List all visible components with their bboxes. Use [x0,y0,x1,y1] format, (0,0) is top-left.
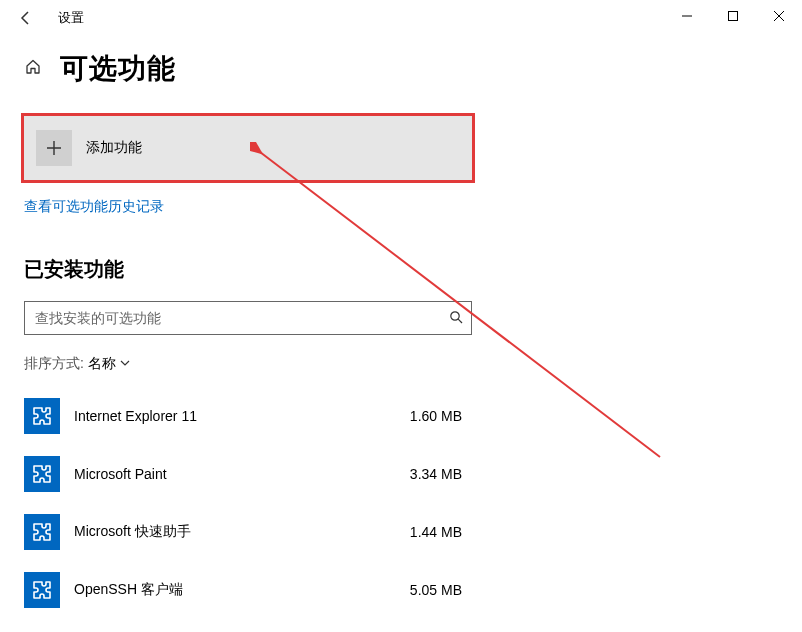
puzzle-icon [24,514,60,550]
sort-dropdown[interactable]: 名称 [88,355,130,373]
feature-name: OpenSSH 客户端 [74,581,410,599]
window-controls [664,0,802,32]
feature-size: 3.34 MB [410,466,472,482]
minimize-button[interactable] [664,0,710,32]
maximize-button[interactable] [710,0,756,32]
feature-item[interactable]: Internet Explorer 111.60 MB [24,387,472,445]
feature-item[interactable]: Microsoft 快速助手1.44 MB [24,503,472,561]
feature-size: 5.05 MB [410,582,472,598]
add-feature-label: 添加功能 [86,139,142,157]
chevron-down-icon [120,358,130,370]
feature-item[interactable]: Microsoft Paint3.34 MB [24,445,472,503]
feature-name: Microsoft 快速助手 [74,523,410,541]
installed-heading: 已安装功能 [24,256,802,283]
feature-list: Internet Explorer 111.60 MBMicrosoft Pai… [24,387,802,619]
svg-line-3 [458,319,462,323]
search-box[interactable] [24,301,472,335]
home-icon[interactable] [24,58,42,80]
close-button[interactable] [756,0,802,32]
feature-item[interactable]: OpenSSH 客户端5.05 MB [24,561,472,619]
history-link[interactable]: 查看可选功能历史记录 [24,198,802,216]
svg-point-2 [451,311,459,319]
puzzle-icon [24,456,60,492]
search-input[interactable] [35,310,449,326]
page-header: 可选功能 [24,50,802,88]
feature-size: 1.60 MB [410,408,472,424]
plus-icon [36,130,72,166]
puzzle-icon [24,572,60,608]
sort-row: 排序方式: 名称 [24,355,802,373]
back-button[interactable] [8,0,44,36]
feature-name: Microsoft Paint [74,466,410,482]
feature-name: Internet Explorer 11 [74,408,410,424]
feature-size: 1.44 MB [410,524,472,540]
sort-value: 名称 [88,355,116,373]
add-feature-button[interactable]: 添加功能 [24,116,472,180]
sort-label: 排序方式: [24,355,84,373]
puzzle-icon [24,398,60,434]
svg-rect-1 [729,12,738,21]
page-title: 可选功能 [60,50,176,88]
search-icon [449,310,463,327]
window-title: 设置 [58,9,84,27]
